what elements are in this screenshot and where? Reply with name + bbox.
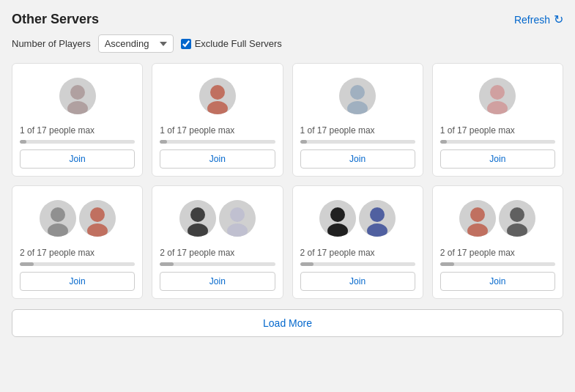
svg-point-28	[370, 207, 385, 222]
svg-point-22	[230, 207, 245, 222]
avatar	[319, 200, 356, 237]
refresh-icon: ↻	[554, 12, 563, 26]
avatar	[40, 200, 76, 237]
avatar	[79, 200, 116, 237]
progress-bar-fill	[440, 262, 454, 266]
refresh-label: Refresh	[514, 14, 550, 26]
player-count: 1 of 17 people max	[440, 125, 515, 136]
progress-bar	[300, 262, 415, 266]
progress-bar	[160, 262, 275, 266]
avatar	[199, 78, 236, 114]
servers-grid: 1 of 17 people maxJoin 1 of 17 people ma…	[12, 63, 563, 299]
player-count: 1 of 17 people max	[20, 125, 94, 136]
avatars-row	[440, 196, 555, 240]
exclude-label: Exclude Full Servers	[195, 38, 282, 49]
join-button[interactable]: Join	[440, 272, 555, 291]
progress-bar-fill	[20, 262, 34, 266]
join-button[interactable]: Join	[20, 149, 135, 169]
join-button[interactable]: Join	[160, 272, 275, 291]
avatar	[459, 200, 496, 237]
header-row: Other Servers Refresh ↻	[12, 12, 563, 27]
svg-point-19	[190, 207, 205, 222]
avatars-row	[440, 74, 555, 118]
avatars-row	[20, 196, 135, 240]
progress-bar-fill	[160, 140, 166, 144]
svg-point-31	[470, 207, 485, 222]
svg-point-34	[510, 207, 524, 222]
refresh-button[interactable]: Refresh ↻	[514, 12, 563, 26]
join-button[interactable]: Join	[300, 272, 415, 291]
progress-bar	[440, 262, 555, 266]
svg-point-7	[350, 85, 365, 100]
svg-point-13	[51, 207, 65, 222]
join-button[interactable]: Join	[440, 149, 555, 169]
avatar	[499, 200, 535, 237]
avatar	[359, 200, 396, 237]
svg-point-16	[90, 207, 105, 222]
load-more-button[interactable]: Load More	[12, 309, 563, 337]
player-count: 2 of 17 people max	[440, 248, 515, 258]
svg-point-25	[330, 207, 345, 222]
avatar	[59, 78, 96, 114]
player-count: 2 of 17 people max	[300, 248, 375, 258]
progress-bar	[20, 140, 135, 144]
progress-bar-fill	[300, 262, 314, 266]
progress-bar	[160, 140, 275, 144]
avatars-row	[20, 74, 135, 118]
page-container: Other Servers Refresh ↻ Number of Player…	[12, 12, 563, 337]
server-card: 1 of 17 people maxJoin	[432, 63, 563, 177]
server-card: 1 of 17 people maxJoin	[152, 63, 283, 177]
player-count: 1 of 17 people max	[300, 125, 375, 136]
exclude-full-servers-label[interactable]: Exclude Full Servers	[181, 38, 282, 49]
avatar	[339, 78, 376, 114]
server-card: 2 of 17 people maxJoin	[292, 185, 423, 299]
server-card: 1 of 17 people maxJoin	[12, 63, 143, 177]
avatars-row	[160, 196, 275, 240]
join-button[interactable]: Join	[300, 149, 415, 169]
svg-point-1	[70, 85, 85, 100]
page-title: Other Servers	[12, 12, 99, 27]
avatar	[479, 78, 516, 114]
server-card: 1 of 17 people maxJoin	[292, 63, 423, 177]
filters-row: Number of Players Ascending Descending E…	[12, 34, 563, 53]
progress-bar-fill	[300, 140, 307, 144]
avatars-row	[160, 74, 275, 118]
progress-bar-fill	[20, 140, 26, 144]
server-card: 2 of 17 people maxJoin	[432, 185, 563, 299]
player-count: 2 of 17 people max	[20, 248, 94, 258]
join-button[interactable]: Join	[20, 272, 135, 291]
player-count: 2 of 17 people max	[160, 248, 234, 258]
sort-select[interactable]: Ascending Descending	[98, 34, 174, 53]
progress-bar-fill	[160, 262, 174, 266]
svg-point-10	[490, 85, 505, 100]
player-count: 1 of 17 people max	[160, 125, 234, 136]
server-card: 2 of 17 people maxJoin	[152, 185, 283, 299]
progress-bar-fill	[440, 140, 447, 144]
svg-point-4	[210, 85, 225, 100]
progress-bar	[20, 262, 135, 266]
avatars-row	[300, 196, 415, 240]
sort-label: Number of Players	[12, 38, 91, 49]
avatar	[179, 200, 216, 237]
progress-bar	[440, 140, 555, 144]
avatars-row	[300, 74, 415, 118]
progress-bar	[300, 140, 415, 144]
exclude-full-servers-checkbox[interactable]	[181, 39, 191, 49]
join-button[interactable]: Join	[160, 149, 275, 169]
server-card: 2 of 17 people maxJoin	[12, 185, 143, 299]
avatar	[219, 200, 256, 237]
